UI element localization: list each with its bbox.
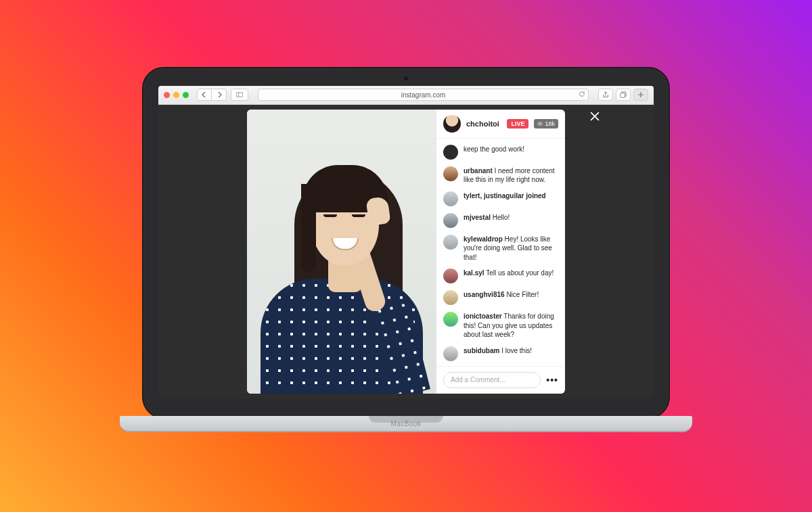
nav-buttons	[197, 89, 227, 101]
screen: instagram.com	[158, 86, 654, 398]
reload-icon	[579, 91, 585, 97]
comment-text: mjvestal Hello!	[464, 213, 510, 228]
window-controls	[164, 92, 189, 98]
commenter-avatar[interactable]	[443, 346, 458, 361]
close-icon	[589, 110, 601, 122]
live-badge: LIVE	[507, 119, 528, 129]
comment-row: urbanant I need more content like this i…	[436, 163, 565, 188]
comment-row: kylewaldrop Hey! Looks like you're doing…	[436, 231, 565, 266]
url-text: instagram.com	[401, 91, 446, 99]
comment-row: mjvestal Hello!	[436, 210, 565, 231]
laptop-lid: instagram.com	[142, 67, 670, 419]
window-minimize-button[interactable]	[173, 92, 179, 98]
eye-icon	[537, 121, 543, 126]
comment-text: kylewaldrop Hey! Looks like you're doing…	[464, 235, 558, 262]
comment-text: tylert, justinaguilar joined	[464, 191, 546, 206]
broadcaster-avatar[interactable]	[443, 115, 461, 133]
tabs-button[interactable]	[616, 89, 631, 101]
comment-text: ionictoaster Thanks for doing this! Can …	[464, 312, 558, 340]
sidebar-toggle-button[interactable]	[231, 89, 248, 101]
sidebar-icon	[236, 91, 243, 98]
plus-icon	[637, 91, 644, 98]
close-live-button[interactable]	[589, 110, 601, 125]
comment-row: keep the good work!	[436, 141, 565, 163]
back-button[interactable]	[197, 89, 212, 101]
comment-placeholder: Add a Comment...	[451, 376, 505, 383]
comment-text: urbanant I need more content like this i…	[464, 166, 558, 185]
commenter-avatar[interactable]	[443, 145, 458, 160]
comment-row: ionictoaster Thanks for doing this! Can …	[436, 308, 565, 343]
window-close-button[interactable]	[164, 92, 170, 98]
svg-rect-0	[236, 93, 242, 97]
svg-point-4	[540, 123, 541, 124]
comment-text: kal.syl Tell us about your day!	[464, 269, 554, 283]
share-button[interactable]	[598, 89, 613, 101]
system-message: tylert, justinaguilar joined	[436, 188, 565, 210]
broadcaster-username[interactable]: chchoitoi	[466, 120, 501, 128]
live-modal: chchoitoi LIVE 18k keep the good work!ur…	[247, 110, 565, 394]
commenter-avatar[interactable]	[443, 213, 458, 228]
reload-button[interactable]	[579, 91, 585, 99]
tabs-icon	[620, 91, 627, 98]
svg-rect-2	[621, 93, 625, 98]
live-sidebar: chchoitoi LIVE 18k keep the good work!ur…	[436, 110, 565, 394]
comment-composer: Add a Comment... •••	[436, 366, 565, 394]
page-viewport: chchoitoi LIVE 18k keep the good work!ur…	[158, 105, 654, 398]
window-fullscreen-button[interactable]	[183, 92, 189, 98]
camera-dot	[404, 76, 408, 80]
commenter-avatar[interactable]	[443, 269, 458, 283]
chevron-right-icon	[216, 91, 223, 98]
live-header: chchoitoi LIVE 18k	[436, 110, 565, 139]
comments-list[interactable]: keep the good work!urbanant I need more …	[436, 139, 565, 366]
comment-text: subidubam I love this!	[464, 346, 532, 361]
commenter-avatar[interactable]	[443, 191, 458, 206]
commenter-avatar[interactable]	[443, 290, 458, 305]
commenter-avatar[interactable]	[443, 235, 458, 250]
comment-row: kal.syl Tell us about your day!	[436, 265, 565, 287]
laptop-mockup: instagram.com	[120, 67, 692, 446]
comment-row: usanghvi816 Nice Filter!	[436, 287, 565, 308]
viewer-count-text: 18k	[545, 120, 555, 127]
comment-text: usanghvi816 Nice Filter!	[464, 290, 539, 305]
comment-text: keep the good work!	[464, 145, 524, 160]
forward-button[interactable]	[212, 89, 227, 101]
laptop-brand: MacBook	[390, 420, 421, 427]
address-bar[interactable]: instagram.com	[258, 89, 589, 101]
viewer-count: 18k	[534, 119, 558, 129]
toolbar-right	[598, 89, 648, 101]
live-video[interactable]	[247, 110, 436, 394]
comment-input[interactable]: Add a Comment...	[443, 372, 541, 388]
comment-row: subidubam I love this!	[436, 343, 565, 365]
chevron-left-icon	[201, 91, 208, 98]
more-options-button[interactable]: •••	[546, 375, 558, 386]
new-tab-button[interactable]	[633, 89, 648, 101]
share-icon	[602, 91, 609, 98]
browser-toolbar: instagram.com	[158, 86, 654, 105]
laptop-base: MacBook	[120, 416, 692, 432]
screen-bezel: instagram.com	[158, 86, 654, 398]
commenter-avatar[interactable]	[443, 312, 458, 327]
commenter-avatar[interactable]	[443, 166, 458, 181]
